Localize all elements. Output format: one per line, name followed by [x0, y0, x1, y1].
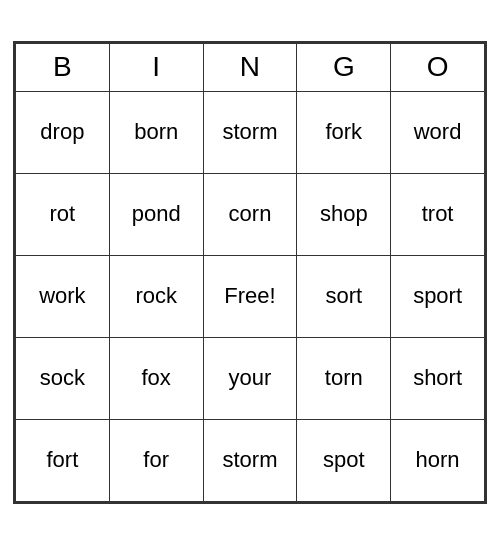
table-row: fortforstormspothorn: [16, 419, 485, 501]
cell-r4-c3: spot: [297, 419, 391, 501]
cell-r2-c4: sport: [391, 255, 485, 337]
bingo-card: B I N G O dropbornstormforkwordrotpondco…: [13, 41, 487, 504]
table-row: sockfoxyourtornshort: [16, 337, 485, 419]
cell-r3-c2: your: [203, 337, 297, 419]
cell-r3-c3: torn: [297, 337, 391, 419]
cell-r1-c2: corn: [203, 173, 297, 255]
cell-r0-c1: born: [109, 91, 203, 173]
cell-r0-c2: storm: [203, 91, 297, 173]
header-i: I: [109, 43, 203, 91]
cell-r2-c2: Free!: [203, 255, 297, 337]
cell-r3-c4: short: [391, 337, 485, 419]
cell-r1-c1: pond: [109, 173, 203, 255]
cell-r3-c0: sock: [16, 337, 110, 419]
cell-r4-c0: fort: [16, 419, 110, 501]
header-g: G: [297, 43, 391, 91]
cell-r4-c1: for: [109, 419, 203, 501]
cell-r1-c0: rot: [16, 173, 110, 255]
cell-r1-c4: trot: [391, 173, 485, 255]
bingo-table: B I N G O dropbornstormforkwordrotpondco…: [15, 43, 485, 502]
header-o: O: [391, 43, 485, 91]
header-b: B: [16, 43, 110, 91]
header-row: B I N G O: [16, 43, 485, 91]
cell-r2-c3: sort: [297, 255, 391, 337]
cell-r2-c1: rock: [109, 255, 203, 337]
cell-r4-c4: horn: [391, 419, 485, 501]
cell-r0-c3: fork: [297, 91, 391, 173]
table-row: rotpondcornshoptrot: [16, 173, 485, 255]
cell-r1-c3: shop: [297, 173, 391, 255]
cell-r2-c0: work: [16, 255, 110, 337]
cell-r0-c0: drop: [16, 91, 110, 173]
cell-r0-c4: word: [391, 91, 485, 173]
table-row: workrockFree!sortsport: [16, 255, 485, 337]
cell-r4-c2: storm: [203, 419, 297, 501]
cell-r3-c1: fox: [109, 337, 203, 419]
header-n: N: [203, 43, 297, 91]
table-row: dropbornstormforkword: [16, 91, 485, 173]
